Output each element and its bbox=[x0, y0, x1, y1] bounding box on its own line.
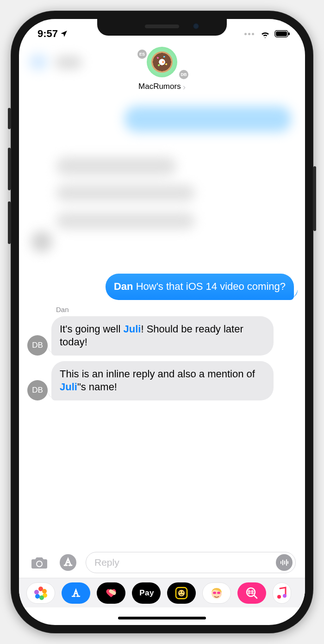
group-name-label: MacRumors bbox=[138, 82, 181, 91]
app-store-a-icon bbox=[59, 553, 77, 572]
audio-message-button[interactable] bbox=[276, 554, 293, 571]
message-input-bar: Reply bbox=[19, 552, 305, 573]
photos-icon bbox=[35, 588, 46, 599]
app-fitness[interactable] bbox=[97, 582, 125, 604]
message-bubble: It's going well Juli! Should be ready la… bbox=[51, 316, 274, 356]
heart-bandage-icon bbox=[103, 588, 119, 599]
message-bubble: Dan How's that iOS 14 video coming? bbox=[106, 274, 294, 300]
svg-point-25 bbox=[277, 595, 281, 599]
animoji-face-icon bbox=[174, 586, 188, 600]
participant-avatar-es: ES bbox=[137, 49, 148, 60]
app-photos[interactable] bbox=[26, 582, 55, 604]
svg-point-14 bbox=[180, 591, 181, 593]
conversation-header[interactable]: ES DB MacRumors › bbox=[19, 46, 305, 106]
mention: Dan bbox=[114, 281, 133, 292]
input-placeholder: Reply bbox=[94, 557, 119, 568]
donut-icon bbox=[151, 51, 173, 73]
message-text: "s name! bbox=[77, 381, 117, 393]
screen: 9:57 bbox=[19, 19, 305, 625]
svg-point-4 bbox=[37, 562, 42, 566]
camera-button[interactable] bbox=[28, 553, 50, 572]
svg-point-13 bbox=[178, 590, 185, 596]
svg-rect-1 bbox=[276, 31, 287, 36]
app-memoji[interactable] bbox=[202, 582, 231, 604]
memoji-face-icon bbox=[209, 585, 224, 601]
svg-rect-18 bbox=[217, 592, 220, 594]
svg-rect-17 bbox=[213, 592, 216, 594]
message-text: How's that iOS 14 video coming? bbox=[133, 281, 286, 292]
waveform-icon bbox=[280, 558, 289, 567]
wifi-icon bbox=[260, 30, 271, 38]
app-store-icon bbox=[69, 586, 83, 600]
app-drawer-button[interactable] bbox=[57, 553, 79, 572]
apple-pay-label: Pay bbox=[139, 588, 154, 598]
group-avatar-main bbox=[147, 47, 177, 77]
app-music[interactable] bbox=[273, 582, 291, 604]
iphone-frame: 9:57 bbox=[11, 11, 313, 633]
battery-icon bbox=[274, 30, 290, 38]
message-input-field[interactable]: Reply bbox=[86, 552, 296, 573]
svg-line-20 bbox=[254, 595, 257, 598]
message-incoming[interactable]: DB It's going well Juli! Should be ready… bbox=[27, 316, 297, 356]
app-animoji[interactable] bbox=[167, 582, 196, 604]
svg-point-15 bbox=[182, 591, 184, 593]
svg-rect-2 bbox=[288, 32, 290, 35]
mention: Juli bbox=[60, 381, 77, 393]
message-list: Dan How's that iOS 14 video coming? Dan … bbox=[19, 274, 305, 406]
imessage-app-strip[interactable]: Pay bbox=[19, 578, 305, 607]
speaker-grille bbox=[145, 25, 179, 28]
status-time: 9:57 bbox=[37, 28, 58, 40]
app-apple-pay[interactable]: Pay bbox=[132, 582, 161, 604]
group-avatar-cluster[interactable]: ES DB bbox=[141, 47, 183, 80]
message-text: This is an inline reply and also a menti… bbox=[60, 368, 255, 380]
sender-avatar[interactable]: DB bbox=[27, 380, 48, 400]
message-bubble: This is an inline reply and also a menti… bbox=[51, 361, 274, 400]
group-name-button[interactable]: MacRumors › bbox=[138, 82, 186, 91]
magnifier-grid-icon bbox=[245, 587, 258, 600]
app-hashtag-images[interactable] bbox=[237, 582, 266, 604]
sender-name-label: Dan bbox=[56, 306, 297, 313]
chevron-right-icon: › bbox=[183, 82, 186, 91]
location-services-icon bbox=[60, 30, 68, 38]
message-outgoing[interactable]: Dan How's that iOS 14 video coming? bbox=[27, 274, 297, 300]
camera-icon bbox=[30, 555, 49, 570]
device-side-button bbox=[313, 166, 316, 231]
svg-point-26 bbox=[283, 594, 287, 598]
app-store[interactable] bbox=[62, 582, 90, 604]
front-camera bbox=[193, 23, 199, 29]
notch bbox=[97, 19, 227, 36]
cellular-signal-icon bbox=[244, 33, 254, 35]
device-volume-down bbox=[8, 201, 11, 244]
participant-avatar-db: DB bbox=[178, 69, 189, 80]
sender-avatar[interactable]: DB bbox=[27, 335, 48, 356]
message-text: It's going well bbox=[60, 323, 124, 335]
music-note-icon bbox=[276, 587, 287, 600]
home-indicator[interactable] bbox=[118, 617, 206, 619]
mention: Juli bbox=[124, 323, 141, 335]
device-silence-switch bbox=[8, 108, 11, 129]
device-volume-up bbox=[8, 148, 11, 190]
message-incoming[interactable]: DB This is an inline reply and also a me… bbox=[27, 361, 297, 400]
